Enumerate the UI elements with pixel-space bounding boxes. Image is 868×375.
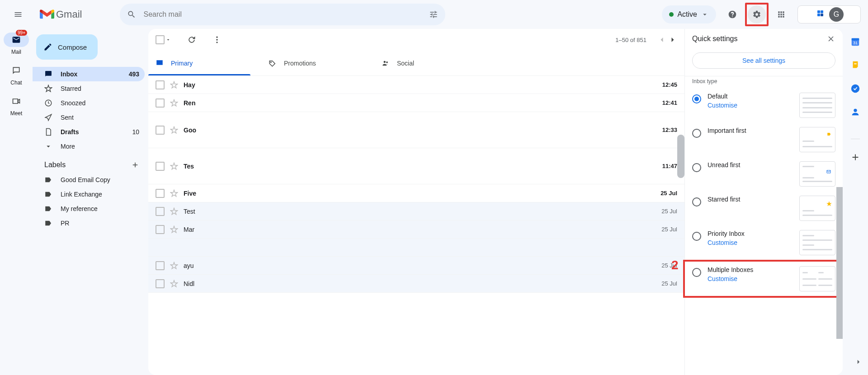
email-checkbox[interactable]	[156, 98, 165, 108]
email-checkbox[interactable]	[156, 261, 165, 270]
star-icon[interactable]	[170, 81, 178, 89]
star-icon[interactable]	[170, 280, 178, 288]
settings-button[interactable]	[748, 5, 766, 23]
email-row[interactable]: Test25 Jul	[148, 202, 684, 220]
star-icon[interactable]	[170, 189, 178, 197]
get-addons-button[interactable]	[850, 152, 861, 163]
email-checkbox[interactable]	[156, 126, 165, 135]
star-icon	[44, 84, 52, 93]
search-input[interactable]	[143, 10, 422, 19]
email-row[interactable]: Tes11:47	[148, 148, 684, 184]
star-icon[interactable]	[170, 99, 178, 107]
radio-button[interactable]	[692, 197, 701, 206]
email-row[interactable]: Nidl25 Jul	[148, 275, 684, 293]
star-icon[interactable]	[170, 225, 178, 234]
inbox-type-option[interactable]: Starred first	[685, 191, 843, 225]
rail-mail[interactable]: 99+ Mail	[4, 33, 29, 55]
more-button[interactable]	[212, 35, 222, 44]
support-button[interactable]	[723, 5, 741, 23]
email-row[interactable]: Ren12:41	[148, 94, 684, 112]
nav-starred[interactable]: Starred	[33, 81, 145, 96]
see-all-settings-button[interactable]: See all settings	[692, 52, 835, 69]
radio-button[interactable]	[692, 232, 701, 241]
email-checkbox[interactable]	[156, 189, 165, 198]
email-row[interactable]: Hay12:45	[148, 76, 684, 94]
star-icon[interactable]	[170, 126, 178, 134]
keep-addon[interactable]	[850, 60, 861, 70]
customise-link[interactable]: Customise	[708, 239, 793, 246]
workspace-box[interactable]: G	[797, 5, 861, 23]
email-row[interactable]: Goo12:33	[148, 112, 684, 148]
email-pane: 1–50 of 851 Primary Promotions Socia	[148, 29, 684, 375]
next-page-button[interactable]	[668, 35, 677, 44]
main-menu-button[interactable]	[7, 4, 29, 25]
scrollbar[interactable]	[677, 135, 684, 178]
label-icon	[44, 176, 52, 184]
email-row[interactable]: ayu25 Jul	[148, 257, 684, 275]
select-all-checkbox[interactable]	[156, 35, 165, 44]
tab-promotions[interactable]: Promotions	[261, 51, 374, 75]
inbox-type-option[interactable]: DefaultCustomise	[685, 88, 843, 122]
svg-point-6	[216, 39, 217, 40]
option-label: Default	[708, 93, 793, 100]
email-checkbox[interactable]	[156, 279, 165, 288]
star-icon[interactable]	[170, 162, 178, 170]
calendar-addon[interactable]: 31	[850, 36, 861, 47]
nav-inbox[interactable]: Inbox 493	[33, 67, 145, 81]
tasks-addon[interactable]	[850, 83, 861, 94]
email-checkbox[interactable]	[156, 225, 165, 234]
radio-button[interactable]	[692, 163, 701, 172]
email-checkbox[interactable]	[156, 80, 165, 89]
close-quick-settings-button[interactable]	[826, 34, 835, 43]
prev-page-button[interactable]	[657, 35, 666, 44]
search-options-icon[interactable]	[429, 10, 438, 19]
nav-snoozed[interactable]: Snoozed	[33, 96, 145, 110]
email-checkbox[interactable]	[156, 162, 165, 171]
hide-side-panel-button[interactable]	[849, 352, 868, 371]
compose-button[interactable]: Compose	[36, 34, 98, 60]
chevron-right-icon	[854, 358, 863, 366]
label-item[interactable]: PR	[33, 216, 145, 230]
search-bar[interactable]	[120, 4, 445, 25]
customise-link[interactable]: Customise	[708, 102, 793, 109]
star-icon[interactable]	[170, 207, 178, 216]
nav-sent[interactable]: Sent	[33, 110, 145, 125]
inbox-type-option[interactable]: 2Multiple InboxesCustomise	[683, 260, 843, 298]
qs-scrollbar[interactable]	[836, 187, 843, 339]
inbox-type-option[interactable]: Important first	[685, 122, 843, 157]
add-label-button[interactable]	[131, 161, 139, 169]
email-sender: ayu	[184, 262, 656, 269]
tab-primary[interactable]: Primary	[148, 51, 261, 75]
nav-drafts[interactable]: Drafts 10	[33, 125, 145, 139]
label-item[interactable]: Good Email Copy	[33, 173, 145, 187]
rail-chat[interactable]: Chat	[4, 63, 29, 86]
radio-button[interactable]	[692, 129, 701, 138]
label-item[interactable]: Link Exchange	[33, 187, 145, 202]
radio-button[interactable]	[692, 94, 701, 103]
account-avatar[interactable]: G	[829, 7, 844, 22]
select-dropdown-icon[interactable]	[165, 36, 171, 44]
customise-link[interactable]: Customise	[708, 275, 793, 282]
inbox-type-option[interactable]: Priority InboxCustomise	[685, 225, 843, 260]
nav-more[interactable]: More	[33, 139, 145, 154]
clock-icon	[44, 99, 52, 107]
radio-button[interactable]	[692, 268, 701, 277]
email-row[interactable]: Five25 Jul	[148, 184, 684, 202]
email-time: 25 Jul	[661, 280, 677, 287]
tab-social[interactable]: Social	[374, 51, 487, 75]
label-item[interactable]: My reference	[33, 202, 145, 216]
email-row[interactable]: Mar25 Jul	[148, 220, 684, 239]
apps-button[interactable]	[772, 5, 790, 23]
workspace-icon	[815, 9, 826, 20]
refresh-button[interactable]	[187, 35, 196, 44]
side-panel: 31	[843, 29, 868, 375]
star-icon[interactable]	[170, 262, 178, 270]
status-chip[interactable]: Active	[662, 5, 716, 23]
gmail-logo[interactable]: Gmail	[40, 9, 82, 20]
email-sender: Tes	[184, 163, 657, 170]
inbox-type-option[interactable]: Unread first	[685, 157, 843, 191]
email-checkbox[interactable]	[156, 207, 165, 216]
chevron-down-icon	[701, 10, 709, 19]
rail-meet[interactable]: Meet	[4, 94, 29, 117]
contacts-addon[interactable]	[850, 107, 861, 117]
